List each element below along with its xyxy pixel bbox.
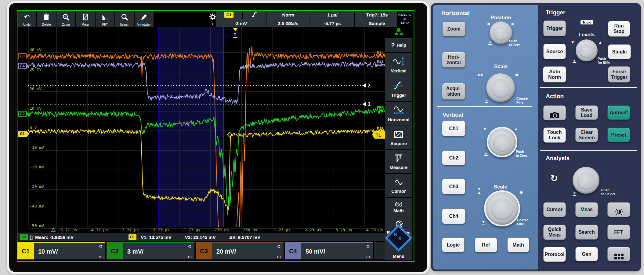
navigation-rotate-icon: ↻ [550,173,558,184]
rs-logo-s: S [398,236,401,241]
save-load-button[interactable]: Save Load [575,105,598,120]
toolbar-label: Undo [23,23,31,26]
trigd-led: Trig'd [581,20,593,24]
channel-pointer-c1[interactable]: C1 [18,131,27,137]
ch1-button[interactable]: Ch1 [442,121,465,136]
zoom-button[interactable]: Zoom [56,11,75,27]
sidebar-label: Cursor [391,189,406,194]
vertical-scale-knob[interactable] [484,190,520,226]
meter-button[interactable]: Meter [76,11,95,27]
sidebar-item-measure[interactable]: Measure [385,150,412,173]
toolbar-label: Search [120,23,129,26]
ch3-button[interactable]: Ch3 [442,179,465,194]
sidebar-item-cursor[interactable]: Cursor [385,174,412,197]
auto-norm-button[interactable]: Auto Norm [543,66,566,82]
channel-pointer-c3[interactable]: C3 [18,53,27,59]
svg-text:3.23 µs: 3.23 µs [335,228,352,232]
toolbar-label: Annotation [137,23,151,26]
sidebar-item-trigger[interactable]: Trigger [385,77,412,101]
ch2-button[interactable]: Ch2 [442,150,465,165]
arrow-right-icon: ▶ [512,21,515,26]
search-button[interactable]: Search [115,11,134,27]
run-stop-button[interactable]: Run Stop [608,21,630,37]
push-knob-icon [484,99,489,105]
camera-icon [549,106,560,120]
sidebar-item-vertical[interactable]: Vertical [385,53,412,77]
intensity-button[interactable] [607,202,630,217]
sidebar-item-help[interactable]: ? Help [385,38,412,52]
screen-sidebar: ? Help Vertical [385,27,412,261]
channel-pointer-c2[interactable]: C2 [18,111,27,117]
horizontal-button[interactable]: Hori- zontal [442,52,465,68]
vertical-scale-label: Scale [485,184,516,190]
svg-text:-40 mV: -40 mV [30,204,44,208]
vertical-section-title: Vertical [443,112,463,118]
push-knob-icon [488,41,493,46]
arrow-up-icon: ▲ [598,40,602,45]
caliper-icon [393,154,404,164]
channel-c2-settings[interactable]: C2 3 mV/ Ω 1:1 [107,242,194,259]
cursor-button[interactable]: Cursor [543,202,566,217]
fft-button[interactable]: FFT [96,11,114,27]
math-button[interactable]: Math [507,237,529,252]
vertical-position-knob[interactable] [487,127,517,157]
horizontal-scale-knob[interactable] [486,73,515,102]
push-knob-icon [483,152,488,158]
apps-button[interactable] [607,247,630,261]
trigger-menu-button[interactable]: Trigger [543,20,566,36]
ref-button[interactable]: Ref [475,237,497,252]
acquisition-mode-cell[interactable]: Sample [355,19,399,27]
horizontal-position-cell[interactable]: -5.77 µs [310,19,354,27]
trigger-levels-knob[interactable] [576,39,598,61]
gen-button[interactable]: Gen [575,247,598,261]
trigger-slope-cell[interactable] [243,11,266,19]
channel-c2-scale: 3 mV/ [127,248,143,255]
horizontal-zoom-button[interactable]: Zoom [442,21,465,36]
channel-c3-settings[interactable]: C3 20 mV/ Ω 1:1 [196,242,284,259]
timebase-cell[interactable]: 1 µs/ [310,11,354,19]
meas-button[interactable]: Meas [575,202,598,217]
trig-status-cell[interactable]: Trig?: 15s [355,11,399,19]
sample-rate-cell[interactable]: 2.5 GSa/s [266,19,310,27]
channel-pointer-c4[interactable]: C4 [18,63,27,69]
analysis-knob-hint: Push to Select [601,188,615,196]
fft-button-panel[interactable]: FFT [607,225,630,240]
search-button-panel[interactable]: Search [575,225,598,240]
channel-c4-settings[interactable]: C4 50 mV/ Ω 1:1 [285,242,373,259]
trigger-source-button[interactable]: Source [543,44,566,59]
touch-lock-button[interactable]: Touch Lock [543,127,566,143]
svg-text:-30 mV: -30 mV [30,184,44,189]
delete-button[interactable]: Delete [37,11,56,27]
sidebar-item-menu[interactable]: RS Menu [385,237,412,260]
sidebar-item-horizontal[interactable]: Horizontal [385,102,412,126]
logic-button[interactable]: Logic [442,237,465,252]
analysis-navigation-knob[interactable] [573,167,599,194]
ch4-button[interactable]: Ch4 [442,208,465,224]
svg-text:TL: TL [376,133,381,138]
screenshot-button[interactable] [543,105,566,120]
single-button[interactable]: Single [608,44,631,59]
sidebar-label: Menu [385,254,412,259]
clear-screen-button[interactable]: Clear Screen [575,128,598,142]
channel-c1-settings[interactable]: C1 10 mV/ Ω 1:1 [17,242,105,259]
force-trigger-button[interactable]: Force Trigger [608,66,630,82]
horizontal-position-knob[interactable] [490,21,512,44]
sidebar-label: Horizontal [388,117,410,122]
horizontal-section-title: Horizontal [441,10,470,16]
trigger-mode-cell[interactable]: Norm [266,11,310,19]
trigger-level-cell[interactable]: -2 mV [216,19,266,27]
sidebar-item-acquire[interactable]: A D Acquire [385,126,412,149]
waveform-plot[interactable]: 21TTL40 mV30 mV20 mV10 mV0 V-10 mV-20 mV… [28,27,385,233]
undo-button[interactable]: ↶ Undo [17,11,36,27]
intensity-icon [614,202,624,218]
sidebar-label: Help [396,43,406,48]
trigger-source-cell[interactable]: C1 [216,11,242,19]
autoset-button[interactable]: Autoset [607,105,630,120]
sidebar-item-math[interactable]: f(x) Math [385,198,412,217]
acquisition-button[interactable]: Acqui- sition [442,83,465,100]
protocol-button[interactable]: Protocol [543,247,566,262]
quick-meas-button[interactable]: Quick Meas [543,225,566,240]
lan-icon [395,28,403,36]
annotation-button[interactable]: Annotation [135,11,154,27]
preset-button[interactable]: Preset [607,128,630,142]
